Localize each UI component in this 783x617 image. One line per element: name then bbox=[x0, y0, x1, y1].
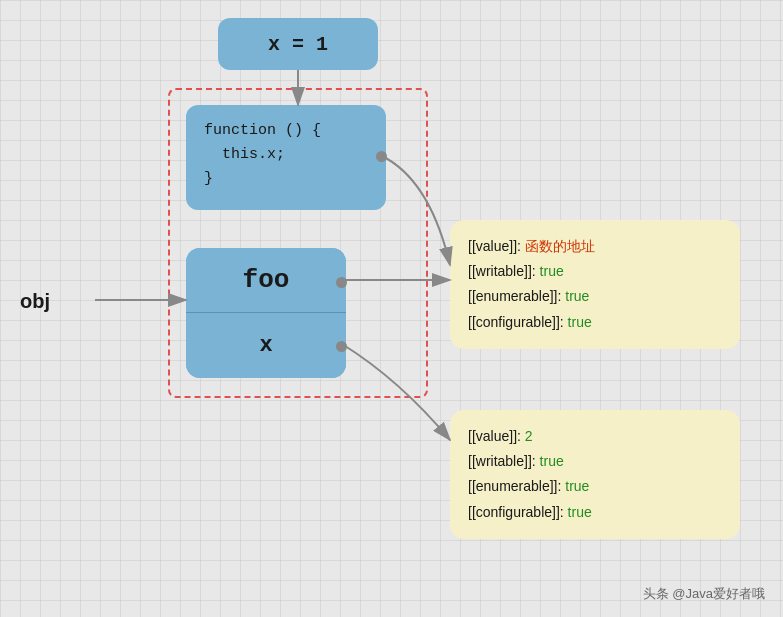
foo-top-cell: foo bbox=[186, 248, 346, 313]
obj-label: obj bbox=[20, 290, 50, 313]
info-bottom-configurable: [[configurable]]: true bbox=[468, 500, 722, 525]
dot-x bbox=[336, 341, 347, 352]
info-top-configurable: [[configurable]]: true bbox=[468, 310, 722, 335]
info-box-bottom: [[value]]: 2 [[writable]]: true [[enumer… bbox=[450, 410, 740, 539]
info-box-top: [[value]]: 函数的地址 [[writable]]: true [[en… bbox=[450, 220, 740, 349]
foo-label: foo bbox=[243, 265, 290, 295]
x1-label: x = 1 bbox=[268, 33, 328, 56]
function-box: function () { this.x; } bbox=[186, 105, 386, 210]
dot-foo bbox=[336, 277, 347, 288]
function-code: function () { this.x; } bbox=[204, 119, 321, 191]
info-bottom-enumerable: [[enumerable]]: true bbox=[468, 474, 722, 499]
info-top-writable: [[writable]]: true bbox=[468, 259, 722, 284]
info-bottom-writable: [[writable]]: true bbox=[468, 449, 722, 474]
x-label: x bbox=[259, 333, 272, 358]
diagram-container: x = 1 function () { this.x; } foo x obj … bbox=[0, 0, 783, 617]
x1-box: x = 1 bbox=[218, 18, 378, 70]
dot-function bbox=[376, 151, 387, 162]
info-top-value: [[value]]: 函数的地址 bbox=[468, 234, 722, 259]
foo-outer-box: foo x bbox=[186, 248, 346, 378]
info-bottom-value: [[value]]: 2 bbox=[468, 424, 722, 449]
foo-bottom-cell: x bbox=[186, 313, 346, 378]
info-top-enumerable: [[enumerable]]: true bbox=[468, 284, 722, 309]
watermark: 头条 @Java爱好者哦 bbox=[643, 585, 765, 603]
